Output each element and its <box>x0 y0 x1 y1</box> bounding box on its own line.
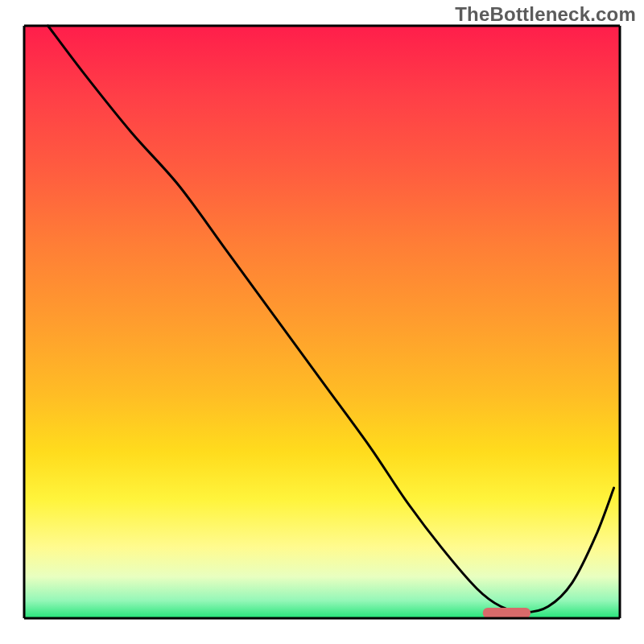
watermark-text: TheBottleneck.com <box>455 3 636 26</box>
bottom-marker <box>483 608 530 618</box>
gradient-background <box>24 26 620 618</box>
plot-area <box>24 26 620 618</box>
bottleneck-chart <box>0 0 644 644</box>
